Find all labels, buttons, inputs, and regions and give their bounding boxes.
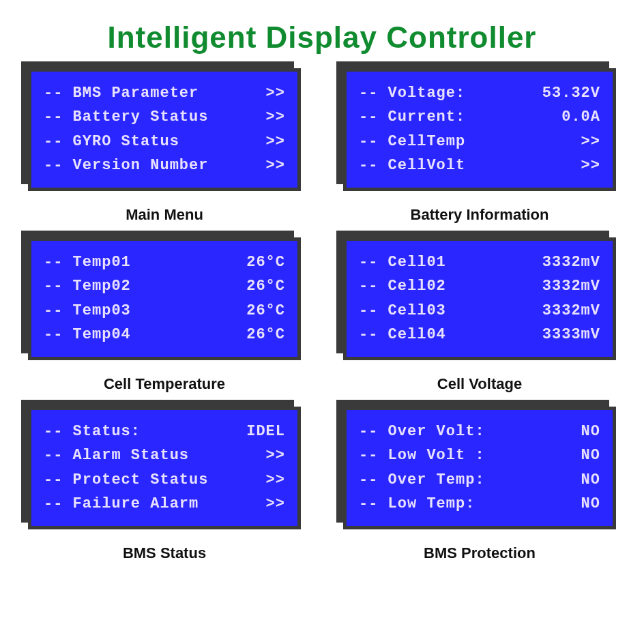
row-label: -- Cell03 [359,302,446,320]
menu-row[interactable]: -- Protect Status>> [44,471,285,489]
row-label: -- Temp01 [44,254,131,272]
row-label: -- Over Volt: [359,423,485,441]
screen-caption: BMS Protection [424,544,536,562]
row-label: -- Low Temp: [359,495,475,513]
row-label: -- CellVolt [359,157,465,175]
data-row: -- Over Temp:NO [359,471,600,489]
row-value: 3332mV [542,254,600,272]
row-label: -- Temp02 [44,278,131,295]
row-label: -- Over Temp: [359,471,485,489]
row-value: NO [581,495,600,513]
chevron-right-icon: >> [266,85,285,102]
data-row: -- Cell033332mV [359,302,600,320]
screen-caption: Battery Information [411,206,549,224]
screen-frame: -- Status:IDEL -- Alarm Status>> -- Prot… [28,407,301,529]
row-value: NO [581,447,600,465]
screen-frame: -- Over Volt:NO -- Low Volt :NO -- Over … [343,407,616,529]
data-row: -- Cell023332mV [359,278,600,295]
screen-battery-info: -- Voltage:53.32V -- Current:0.0A -- Cel… [342,68,617,224]
row-value: 26°C [246,254,285,272]
row-label: -- Temp03 [44,302,131,320]
menu-row[interactable]: -- Version Number>> [44,157,285,175]
row-value: NO [581,423,600,441]
row-value: 3333mV [542,326,600,344]
screen-caption: Main Menu [126,206,203,224]
row-value: 26°C [246,326,285,344]
menu-row[interactable]: -- BMS Parameter>> [44,85,285,102]
chevron-right-icon: >> [581,157,600,175]
data-row: -- Temp0326°C [44,302,285,320]
row-label: -- Current: [359,108,465,126]
row-label: -- Cell02 [359,278,446,295]
chevron-right-icon: >> [266,471,285,489]
screen-frame: -- BMS Parameter>> -- Battery Status>> -… [28,68,301,191]
chevron-right-icon: >> [581,133,600,151]
row-value: 53.32V [542,85,600,102]
menu-row[interactable]: -- Failure Alarm>> [44,495,285,513]
row-label: -- CellTemp [359,133,465,151]
row-label: -- Battery Status [44,108,208,126]
row-label: -- GYRO Status [44,133,179,151]
screen-frame: -- Cell013332mV -- Cell023332mV -- Cell0… [343,237,616,360]
screen-frame: -- Temp0126°C -- Temp0226°C -- Temp0326°… [28,237,301,360]
data-row: -- Cell043333mV [359,326,600,344]
menu-row[interactable]: -- CellVolt>> [359,157,600,175]
row-value: 3332mV [542,278,600,295]
chevron-right-icon: >> [266,157,285,175]
data-row: -- Low Volt :NO [359,447,600,465]
menu-row[interactable]: -- CellTemp>> [359,133,600,151]
row-value: 0.0A [561,108,600,126]
data-row: -- Current:0.0A [359,108,600,126]
menu-row[interactable]: -- GYRO Status>> [44,133,285,151]
lcd-screen: -- Voltage:53.32V -- Current:0.0A -- Cel… [343,68,616,191]
lcd-screen: -- Over Volt:NO -- Low Volt :NO -- Over … [343,407,616,529]
row-value: NO [581,471,600,489]
chevron-right-icon: >> [266,108,285,126]
row-value: IDEL [246,423,285,441]
row-label: -- Temp04 [44,326,131,344]
row-label: -- Version Number [44,157,208,175]
row-label: -- Voltage: [359,85,465,102]
data-row: -- Cell013332mV [359,254,600,272]
lcd-screen: -- Temp0126°C -- Temp0226°C -- Temp0326°… [28,237,301,360]
row-label: -- Low Volt : [359,447,485,465]
row-label: -- Alarm Status [44,447,189,465]
row-label: -- Cell01 [359,254,446,272]
data-row: -- Status:IDEL [44,423,285,441]
screen-bms-status: -- Status:IDEL -- Alarm Status>> -- Prot… [27,407,302,562]
screen-cell-voltage: -- Cell013332mV -- Cell023332mV -- Cell0… [342,237,617,393]
data-row: -- Over Volt:NO [359,423,600,441]
screen-frame: -- Voltage:53.32V -- Current:0.0A -- Cel… [343,68,616,191]
row-label: -- Protect Status [44,471,208,489]
data-row: -- Temp0426°C [44,326,285,344]
data-row: -- Temp0126°C [44,254,285,272]
row-label: -- Cell04 [359,326,446,344]
menu-row[interactable]: -- Battery Status>> [44,108,285,126]
lcd-screen: -- Status:IDEL -- Alarm Status>> -- Prot… [28,407,301,529]
screen-bms-protection: -- Over Volt:NO -- Low Volt :NO -- Over … [342,407,617,562]
lcd-screen: -- Cell013332mV -- Cell023332mV -- Cell0… [343,237,616,360]
row-label: -- BMS Parameter [44,85,199,102]
screen-caption: Cell Temperature [104,375,225,393]
data-row: -- Temp0226°C [44,278,285,295]
screen-caption: Cell Voltage [437,375,522,393]
row-value: 26°C [246,302,285,320]
row-value: 3332mV [542,302,600,320]
lcd-screen: -- BMS Parameter>> -- Battery Status>> -… [28,68,301,191]
screen-cell-temperature: -- Temp0126°C -- Temp0226°C -- Temp0326°… [27,237,302,393]
page-title: Intelligent Display Controller [0,0,644,68]
row-label: -- Status: [44,423,141,441]
menu-row[interactable]: -- Alarm Status>> [44,447,285,465]
screens-grid: -- BMS Parameter>> -- Battery Status>> -… [0,68,644,569]
chevron-right-icon: >> [266,495,285,513]
row-value: 26°C [246,278,285,295]
data-row: -- Voltage:53.32V [359,85,600,102]
data-row: -- Low Temp:NO [359,495,600,513]
chevron-right-icon: >> [266,133,285,151]
row-label: -- Failure Alarm [44,495,199,513]
screen-caption: BMS Status [123,544,206,562]
screen-main-menu: -- BMS Parameter>> -- Battery Status>> -… [27,68,302,224]
chevron-right-icon: >> [266,447,285,465]
